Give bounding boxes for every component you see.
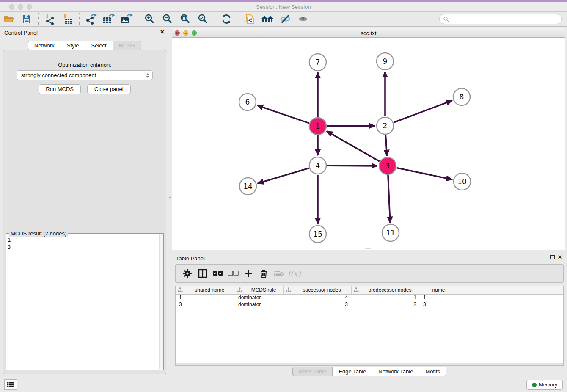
graph-node-10[interactable]: 10 bbox=[454, 173, 471, 190]
column-header-successor-nodes[interactable]: successor nodes bbox=[284, 286, 351, 294]
mcds-tab-content: Optimization criterion: strongly connect… bbox=[3, 50, 166, 374]
control-panel-title: Control Panel bbox=[4, 30, 38, 36]
refresh-layout-icon[interactable] bbox=[218, 13, 234, 25]
function-builder-icon[interactable]: f(x) bbox=[286, 267, 302, 280]
hide-selected-icon[interactable] bbox=[277, 13, 293, 25]
table-cell[interactable]: 1 bbox=[351, 294, 420, 301]
graph-node-2[interactable]: 2 bbox=[377, 117, 394, 134]
table-cell[interactable]: 3 bbox=[284, 301, 351, 308]
duplicate-network-icon[interactable] bbox=[242, 13, 258, 25]
edge-3-11[interactable] bbox=[388, 175, 390, 223]
export-table-icon[interactable] bbox=[101, 13, 117, 25]
tab-mcds[interactable]: MCDS bbox=[113, 41, 141, 50]
zoom-fit-icon[interactable] bbox=[177, 13, 193, 25]
graph-node-6[interactable]: 6 bbox=[239, 94, 256, 110]
home-first-neighbors-icon[interactable] bbox=[259, 13, 275, 25]
network-view-window: ✕ − + scc.txt 7968124314101511 bbox=[172, 28, 565, 250]
table-cell[interactable]: 3 bbox=[176, 301, 235, 308]
graph-node-3[interactable]: 3 bbox=[379, 157, 396, 174]
toggle-columns-icon[interactable] bbox=[195, 267, 210, 280]
dropdown-stepper-icon bbox=[145, 72, 151, 79]
table-cell[interactable]: dominator bbox=[235, 294, 284, 301]
network-window-titlebar[interactable]: ✕ − + scc.txt bbox=[172, 28, 565, 38]
task-history-button[interactable] bbox=[4, 379, 17, 390]
edge-1-2[interactable] bbox=[327, 126, 375, 126]
tab-select[interactable]: Select bbox=[85, 41, 113, 50]
tab-node-table[interactable]: Node Table bbox=[292, 367, 333, 376]
graph-node-4[interactable]: 4 bbox=[309, 157, 326, 174]
deselect-all-icon[interactable] bbox=[226, 267, 241, 280]
network-canvas[interactable]: 7968124314101511 bbox=[172, 38, 565, 250]
network-graph[interactable]: 7968124314101511 bbox=[172, 38, 565, 250]
open-file-icon[interactable] bbox=[1, 13, 17, 25]
graph-node-9[interactable]: 9 bbox=[377, 53, 394, 70]
titlebar: Session: New Session bbox=[0, 2, 567, 12]
column-header-shared-name[interactable]: shared name bbox=[176, 286, 235, 294]
table-cell[interactable]: 2 bbox=[351, 301, 420, 308]
table-cell[interactable]: dominator bbox=[235, 301, 284, 308]
table-row[interactable]: 1dominator411 bbox=[176, 294, 563, 301]
graph-node-11[interactable]: 11 bbox=[382, 224, 399, 241]
criterion-dropdown-value: strongly connected component bbox=[21, 72, 96, 78]
edge-2-3[interactable] bbox=[385, 135, 387, 156]
tab-style[interactable]: Style bbox=[61, 41, 85, 50]
table-cell[interactable]: 1 bbox=[176, 294, 235, 301]
table-cell[interactable]: 1 bbox=[420, 294, 456, 301]
delete-column-icon[interactable] bbox=[256, 267, 271, 280]
close-table-panel-icon[interactable]: ✕ bbox=[558, 254, 562, 260]
column-header-MCDS-role[interactable]: MCDS role bbox=[235, 286, 284, 294]
edge-3-1[interactable] bbox=[327, 131, 380, 161]
graph-node-1[interactable]: 1 bbox=[309, 118, 326, 135]
import-network-icon[interactable] bbox=[42, 13, 58, 25]
node-label: 9 bbox=[383, 57, 388, 66]
memory-button[interactable]: Memory bbox=[526, 380, 563, 390]
float-panel-icon[interactable] bbox=[153, 30, 157, 34]
delete-table-icon[interactable] bbox=[271, 267, 286, 280]
show-all-icon[interactable] bbox=[295, 13, 311, 25]
table-row[interactable]: 3dominator323 bbox=[176, 301, 563, 308]
node-label: 11 bbox=[386, 229, 395, 237]
edge-4-3[interactable] bbox=[327, 166, 377, 166]
column-header-name[interactable]: name bbox=[420, 286, 456, 294]
graph-node-14[interactable]: 14 bbox=[239, 178, 256, 195]
network-resize-grip[interactable] bbox=[365, 248, 371, 249]
zoom-selected-icon[interactable] bbox=[195, 13, 211, 25]
table-cell[interactable]: 4 bbox=[284, 294, 351, 301]
table-panel: Table Panel ✕ bbox=[172, 252, 567, 377]
import-table-icon[interactable] bbox=[60, 13, 76, 25]
result-scrollbar[interactable] bbox=[159, 234, 163, 369]
tab-network-table[interactable]: Network Table bbox=[372, 367, 419, 376]
table-cell[interactable]: 3 bbox=[420, 301, 456, 308]
zoom-out-icon[interactable] bbox=[160, 13, 176, 25]
select-all-icon[interactable] bbox=[210, 267, 226, 280]
export-network-icon[interactable] bbox=[83, 13, 99, 25]
edge-2-8[interactable] bbox=[394, 100, 452, 122]
save-session-icon[interactable] bbox=[19, 13, 35, 25]
float-table-panel-icon[interactable] bbox=[550, 255, 555, 259]
table-settings-icon[interactable] bbox=[180, 267, 195, 280]
search-box[interactable] bbox=[439, 14, 562, 24]
node-table[interactable]: shared nameMCDS rolesuccessor nodesprede… bbox=[175, 286, 564, 363]
tab-network[interactable]: Network bbox=[28, 41, 61, 50]
search-input[interactable] bbox=[449, 16, 555, 22]
column-header-predecessor-nodes[interactable]: predecessor nodes bbox=[351, 286, 420, 294]
tab-edge-table[interactable]: Edge Table bbox=[333, 367, 372, 376]
close-panel-button[interactable]: Close panel bbox=[87, 84, 131, 94]
graph-node-15[interactable]: 15 bbox=[309, 226, 326, 243]
run-mcds-button[interactable]: Run MCDS bbox=[39, 84, 81, 94]
add-column-icon[interactable] bbox=[241, 267, 256, 280]
mcds-result-list[interactable]: 1 3 bbox=[8, 236, 157, 368]
close-panel-icon[interactable]: ✕ bbox=[160, 29, 165, 35]
graph-node-8[interactable]: 8 bbox=[453, 88, 470, 105]
export-image-icon[interactable] bbox=[118, 13, 135, 25]
tab-motifs[interactable]: Motifs bbox=[419, 367, 446, 376]
panel-splitter-handle[interactable] bbox=[169, 193, 171, 200]
edge-1-6[interactable] bbox=[257, 105, 309, 123]
zoom-in-icon[interactable] bbox=[142, 13, 158, 25]
graph-node-7[interactable]: 7 bbox=[309, 54, 326, 71]
edge-4-14[interactable] bbox=[258, 168, 309, 183]
table-panel-title: Table Panel bbox=[176, 255, 205, 262]
criterion-dropdown[interactable]: strongly connected component bbox=[17, 70, 153, 80]
edge-3-10[interactable] bbox=[397, 168, 452, 180]
node-label: 6 bbox=[245, 98, 250, 106]
